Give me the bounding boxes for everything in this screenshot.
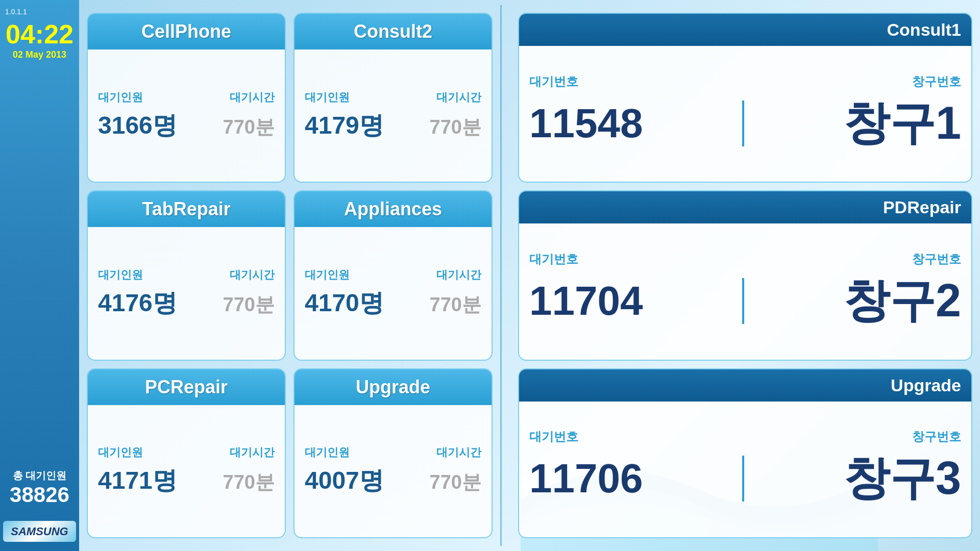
stats-labels-tabrepair: 대기인원 대기시간 [98, 267, 275, 283]
main-service-grid: CellPhone 대기인원 대기시간 3166명 770분 Consult2 … [79, 5, 500, 546]
consult-labels-consult1: 대기번호 창구번호 [529, 73, 961, 90]
service-header-appliances: Appliances [295, 191, 492, 227]
date-display: 02 May 2013 [13, 49, 66, 60]
service-header-upgrade: Upgrade [295, 369, 492, 405]
total-waiting-value: 38826 [10, 483, 69, 507]
waiting-count-cellphone: 3166명 [98, 109, 177, 142]
consult-number-1: 11548 [529, 100, 643, 147]
consult-header-consult1: Consult1 [519, 14, 971, 46]
consult-header-pdrepair: PDRepair [519, 191, 971, 223]
service-header-tabrepair: TabRepair [88, 191, 285, 227]
consult-divider-3 [742, 456, 744, 502]
vertical-divider [500, 5, 502, 546]
consult-window-3: 창구3 [844, 447, 961, 510]
service-body-pcrepair: 대기인원 대기시간 4171명 770분 [88, 405, 285, 537]
waiting-label-pcrepair: 대기인원 [98, 445, 143, 460]
service-title-consult2: Consult2 [305, 21, 481, 42]
waiting-time-tabrepair: 770분 [223, 292, 275, 318]
service-body-cellphone: 대기인원 대기시간 3166명 770분 [88, 49, 285, 182]
service-panel-pcrepair: PCRepair 대기인원 대기시간 4171명 770분 [87, 368, 286, 538]
waiting-label-consult2: 대기인원 [305, 90, 350, 105]
stats-values-pcrepair: 4171명 770분 [98, 464, 275, 497]
consult-body-consult1: 대기번호 창구번호 11548 창구1 [519, 46, 971, 182]
samsung-logo: SAMSUNG [3, 525, 76, 538]
version-label: 1.0.1.1 [5, 8, 27, 16]
service-panel-tabrepair: TabRepair 대기인원 대기시간 4176명 770분 [87, 190, 286, 360]
consult-header-upgrade-right: Upgrade [519, 369, 971, 402]
samsung-logo-text: SAMSUNG [3, 521, 76, 542]
consult-values-pdrepair: 11704 창구2 [529, 270, 961, 332]
waiting-time-upgrade: 770분 [430, 469, 481, 495]
waiting-time-cellphone: 770분 [223, 114, 275, 140]
service-title-appliances: Appliances [305, 198, 481, 220]
waiting-count-consult2: 4179명 [305, 109, 384, 142]
service-body-tabrepair: 대기인원 대기시간 4176명 770분 [88, 227, 285, 359]
time-label-consult2: 대기시간 [436, 90, 481, 105]
service-title-cellphone: CellPhone [98, 21, 275, 42]
service-panel-cellphone: CellPhone 대기인원 대기시간 3166명 770분 [87, 13, 286, 183]
stats-labels-consult2: 대기인원 대기시간 [305, 90, 481, 105]
stats-values-cellphone: 3166명 770분 [98, 109, 275, 142]
consult-title-upgrade-right: Upgrade [529, 375, 961, 395]
time-label-cellphone: 대기시간 [230, 90, 275, 105]
service-panel-appliances: Appliances 대기인원 대기시간 4170명 770분 [293, 190, 493, 360]
consult-card-consult1: Consult1 대기번호 창구번호 11548 창구1 [518, 13, 972, 183]
service-panel-upgrade: Upgrade 대기인원 대기시간 4007명 770분 [293, 368, 493, 538]
time-label-pcrepair: 대기시간 [230, 445, 275, 460]
total-section: 총 대기인원 38826 [10, 469, 69, 507]
consult-card-pdrepair: PDRepair 대기번호 창구번호 11704 창구2 [518, 190, 972, 360]
service-title-pcrepair: PCRepair [98, 377, 275, 398]
consult-waiting-label-3: 대기번호 [529, 429, 578, 445]
service-body-upgrade: 대기인원 대기시간 4007명 770분 [295, 405, 492, 537]
waiting-label-cellphone: 대기인원 [98, 90, 143, 105]
service-panel-consult2: Consult2 대기인원 대기시간 4179명 770분 [293, 13, 493, 183]
consult-body-upgrade-right: 대기번호 창구번호 11706 창구3 [519, 402, 971, 537]
consult-window-label-1: 창구번호 [912, 73, 961, 90]
consult-number-3: 11706 [529, 455, 643, 502]
consult-card-upgrade-right: Upgrade 대기번호 창구번호 11706 창구3 [518, 368, 972, 538]
waiting-time-consult2: 770분 [430, 114, 481, 140]
consult-labels-upgrade-right: 대기번호 창구번호 [529, 429, 961, 445]
service-header-pcrepair: PCRepair [88, 369, 285, 405]
waiting-time-pcrepair: 770분 [223, 469, 275, 495]
consult-window-label-3: 창구번호 [912, 429, 961, 445]
consult-waiting-label-1: 대기번호 [529, 73, 578, 90]
consult-body-pdrepair: 대기번호 창구번호 11704 창구2 [519, 223, 971, 359]
stats-labels-upgrade: 대기인원 대기시간 [305, 445, 481, 460]
service-body-appliances: 대기인원 대기시간 4170명 770분 [295, 227, 492, 359]
sidebar: 1.0.1.1 04:22 02 May 2013 총 대기인원 38826 S… [0, 0, 79, 551]
time-label-tabrepair: 대기시간 [230, 267, 275, 283]
waiting-time-appliances: 770분 [430, 292, 481, 318]
consult-title-pdrepair: PDRepair [529, 197, 961, 217]
consult-window-1: 창구1 [844, 92, 961, 155]
service-title-upgrade: Upgrade [305, 377, 481, 398]
stats-labels-appliances: 대기인원 대기시간 [305, 267, 481, 283]
stats-values-consult2: 4179명 770분 [305, 109, 481, 142]
waiting-label-tabrepair: 대기인원 [98, 267, 143, 283]
waiting-count-tabrepair: 4176명 [98, 287, 177, 319]
waiting-count-appliances: 4170명 [305, 287, 384, 319]
total-waiting-label: 총 대기인원 [10, 469, 69, 483]
consult-window-label-2: 창구번호 [912, 251, 961, 267]
consult-divider-2 [742, 278, 744, 324]
consult-divider-1 [742, 101, 744, 146]
consult-title-consult1: Consult1 [529, 20, 961, 40]
right-consult-panel: Consult1 대기번호 창구번호 11548 창구1 PDRepair 대기… [510, 5, 980, 546]
stats-values-appliances: 4170명 770분 [305, 287, 481, 319]
waiting-count-pcrepair: 4171명 [98, 464, 177, 497]
service-header-cellphone: CellPhone [88, 14, 285, 49]
consult-waiting-label-2: 대기번호 [529, 251, 578, 267]
stats-labels-cellphone: 대기인원 대기시간 [98, 90, 275, 105]
service-header-consult2: Consult2 [295, 14, 492, 49]
stats-values-upgrade: 4007명 770분 [305, 464, 481, 497]
service-body-consult2: 대기인원 대기시간 4179명 770분 [295, 49, 492, 182]
waiting-label-appliances: 대기인원 [305, 267, 350, 283]
time-label-upgrade: 대기시간 [436, 445, 481, 460]
waiting-count-upgrade: 4007명 [305, 464, 384, 497]
consult-labels-pdrepair: 대기번호 창구번호 [529, 251, 961, 267]
consult-values-upgrade-right: 11706 창구3 [529, 447, 961, 510]
consult-window-2: 창구2 [844, 270, 961, 332]
consult-number-2: 11704 [529, 278, 643, 324]
time-label-appliances: 대기시간 [436, 267, 481, 283]
stats-labels-pcrepair: 대기인원 대기시간 [98, 445, 275, 460]
